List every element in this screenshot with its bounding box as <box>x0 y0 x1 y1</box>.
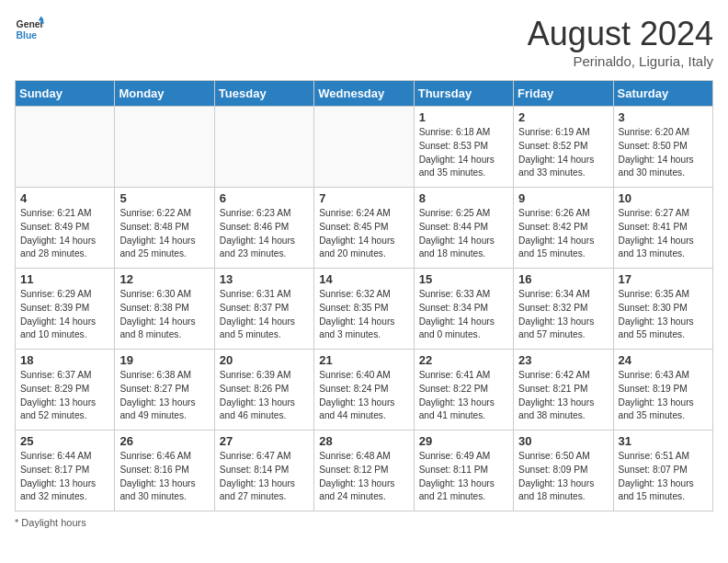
day-info: Sunrise: 6:44 AMSunset: 8:17 PMDaylight:… <box>20 450 109 504</box>
day-info: Sunrise: 6:26 AMSunset: 8:42 PMDaylight:… <box>518 207 608 261</box>
day-number: 12 <box>119 272 209 286</box>
day-number: 16 <box>518 272 608 286</box>
calendar-day-header: Wednesday <box>314 81 414 107</box>
day-info: Sunrise: 6:39 AMSunset: 8:26 PMDaylight:… <box>220 369 309 423</box>
day-info: Sunrise: 6:37 AMSunset: 8:29 PMDaylight:… <box>20 369 109 423</box>
day-info: Sunrise: 6:31 AMSunset: 8:37 PMDaylight:… <box>220 288 309 342</box>
svg-text:General: General <box>17 19 44 29</box>
calendar-day-cell: 15Sunrise: 6:33 AMSunset: 8:34 PMDayligh… <box>414 269 513 350</box>
day-number: 5 <box>119 191 209 205</box>
calendar-day-cell <box>16 107 115 188</box>
day-number: 28 <box>319 434 408 448</box>
calendar-header-row: SundayMondayTuesdayWednesdayThursdayFrid… <box>16 81 713 107</box>
calendar-day-cell: 5Sunrise: 6:22 AMSunset: 8:48 PMDaylight… <box>115 188 214 269</box>
day-info: Sunrise: 6:23 AMSunset: 8:46 PMDaylight:… <box>220 207 309 261</box>
calendar-day-header: Sunday <box>16 81 115 107</box>
day-info: Sunrise: 6:35 AMSunset: 8:30 PMDaylight:… <box>619 288 708 342</box>
logo: General Blue <box>15 15 44 44</box>
page-header: General Blue August 2024 Perinaldo, Ligu… <box>15 15 713 69</box>
day-number: 20 <box>220 353 309 367</box>
calendar-day-header: Monday <box>115 81 214 107</box>
day-number: 23 <box>518 353 608 367</box>
day-number: 30 <box>518 434 608 448</box>
day-info: Sunrise: 6:29 AMSunset: 8:39 PMDaylight:… <box>20 288 109 342</box>
day-number: 24 <box>619 353 708 367</box>
calendar-day-cell: 31Sunrise: 6:51 AMSunset: 8:07 PMDayligh… <box>613 431 712 511</box>
day-info: Sunrise: 6:25 AMSunset: 8:44 PMDaylight:… <box>419 207 508 261</box>
location-subtitle: Perinaldo, Liguria, Italy <box>528 53 713 69</box>
day-number: 21 <box>319 353 408 367</box>
day-number: 10 <box>619 191 708 205</box>
calendar-day-cell: 3Sunrise: 6:20 AMSunset: 8:50 PMDaylight… <box>613 107 712 188</box>
calendar-day-cell: 2Sunrise: 6:19 AMSunset: 8:52 PMDaylight… <box>514 107 613 188</box>
day-info: Sunrise: 6:30 AMSunset: 8:38 PMDaylight:… <box>119 288 209 342</box>
day-number: 13 <box>220 272 309 286</box>
day-number: 11 <box>20 272 109 286</box>
day-number: 15 <box>419 272 508 286</box>
calendar-day-cell: 27Sunrise: 6:47 AMSunset: 8:14 PMDayligh… <box>214 431 313 511</box>
day-info: Sunrise: 6:42 AMSunset: 8:21 PMDaylight:… <box>518 369 608 423</box>
svg-marker-2 <box>39 17 44 21</box>
day-number: 8 <box>419 191 508 205</box>
day-number: 22 <box>419 353 508 367</box>
day-info: Sunrise: 6:51 AMSunset: 8:07 PMDaylight:… <box>619 450 708 504</box>
day-info: Sunrise: 6:43 AMSunset: 8:19 PMDaylight:… <box>619 369 708 423</box>
day-number: 17 <box>619 272 708 286</box>
calendar-day-cell: 30Sunrise: 6:50 AMSunset: 8:09 PMDayligh… <box>514 431 613 511</box>
calendar-day-cell: 26Sunrise: 6:46 AMSunset: 8:16 PMDayligh… <box>115 431 214 511</box>
day-number: 27 <box>220 434 309 448</box>
day-number: 9 <box>518 191 608 205</box>
day-info: Sunrise: 6:38 AMSunset: 8:27 PMDaylight:… <box>119 369 209 423</box>
calendar-day-cell: 1Sunrise: 6:18 AMSunset: 8:53 PMDaylight… <box>414 107 513 188</box>
day-info: Sunrise: 6:33 AMSunset: 8:34 PMDaylight:… <box>419 288 508 342</box>
day-info: Sunrise: 6:46 AMSunset: 8:16 PMDaylight:… <box>119 450 209 504</box>
day-number: 19 <box>119 353 209 367</box>
day-info: Sunrise: 6:47 AMSunset: 8:14 PMDaylight:… <box>220 450 309 504</box>
calendar-week-row: 18Sunrise: 6:37 AMSunset: 8:29 PMDayligh… <box>16 350 713 431</box>
day-info: Sunrise: 6:18 AMSunset: 8:53 PMDaylight:… <box>419 126 508 180</box>
day-info: Sunrise: 6:40 AMSunset: 8:24 PMDaylight:… <box>319 369 408 423</box>
day-info: Sunrise: 6:27 AMSunset: 8:41 PMDaylight:… <box>619 207 708 261</box>
calendar-day-header: Thursday <box>414 81 513 107</box>
day-info: Sunrise: 6:50 AMSunset: 8:09 PMDaylight:… <box>518 450 608 504</box>
calendar-day-cell <box>115 107 214 188</box>
day-info: Sunrise: 6:49 AMSunset: 8:11 PMDaylight:… <box>419 450 508 504</box>
day-info: Sunrise: 6:48 AMSunset: 8:12 PMDaylight:… <box>319 450 408 504</box>
day-number: 4 <box>20 191 109 205</box>
day-number: 2 <box>518 110 608 124</box>
calendar-day-header: Saturday <box>613 81 712 107</box>
calendar-day-cell: 29Sunrise: 6:49 AMSunset: 8:11 PMDayligh… <box>414 431 513 511</box>
day-info: Sunrise: 6:34 AMSunset: 8:32 PMDaylight:… <box>518 288 608 342</box>
calendar-day-cell: 19Sunrise: 6:38 AMSunset: 8:27 PMDayligh… <box>115 350 214 431</box>
day-number: 7 <box>319 191 408 205</box>
day-number: 26 <box>119 434 209 448</box>
calendar-day-cell: 11Sunrise: 6:29 AMSunset: 8:39 PMDayligh… <box>16 269 115 350</box>
calendar-day-cell: 14Sunrise: 6:32 AMSunset: 8:35 PMDayligh… <box>314 269 414 350</box>
calendar-day-cell: 13Sunrise: 6:31 AMSunset: 8:37 PMDayligh… <box>214 269 313 350</box>
calendar-day-cell: 17Sunrise: 6:35 AMSunset: 8:30 PMDayligh… <box>613 269 712 350</box>
calendar-day-cell: 4Sunrise: 6:21 AMSunset: 8:49 PMDaylight… <box>16 188 115 269</box>
calendar-day-cell: 28Sunrise: 6:48 AMSunset: 8:12 PMDayligh… <box>314 431 414 511</box>
calendar-day-cell: 20Sunrise: 6:39 AMSunset: 8:26 PMDayligh… <box>214 350 313 431</box>
day-number: 14 <box>319 272 408 286</box>
calendar-day-header: Tuesday <box>214 81 313 107</box>
calendar-day-cell: 22Sunrise: 6:41 AMSunset: 8:22 PMDayligh… <box>414 350 513 431</box>
day-number: 31 <box>619 434 708 448</box>
calendar-week-row: 4Sunrise: 6:21 AMSunset: 8:49 PMDaylight… <box>16 188 713 269</box>
calendar-day-cell: 10Sunrise: 6:27 AMSunset: 8:41 PMDayligh… <box>613 188 712 269</box>
day-number: 25 <box>20 434 109 448</box>
footer-note: * Daylight hours <box>15 517 713 528</box>
calendar-day-cell <box>314 107 414 188</box>
calendar-day-cell: 12Sunrise: 6:30 AMSunset: 8:38 PMDayligh… <box>115 269 214 350</box>
month-year-title: August 2024 <box>528 15 713 53</box>
calendar-day-cell <box>214 107 313 188</box>
day-info: Sunrise: 6:41 AMSunset: 8:22 PMDaylight:… <box>419 369 508 423</box>
day-number: 29 <box>419 434 508 448</box>
day-number: 3 <box>619 110 708 124</box>
day-number: 6 <box>220 191 309 205</box>
calendar-table: SundayMondayTuesdayWednesdayThursdayFrid… <box>15 80 713 511</box>
day-info: Sunrise: 6:24 AMSunset: 8:45 PMDaylight:… <box>319 207 408 261</box>
calendar-day-header: Friday <box>514 81 613 107</box>
day-number: 18 <box>20 353 109 367</box>
calendar-day-cell: 9Sunrise: 6:26 AMSunset: 8:42 PMDaylight… <box>514 188 613 269</box>
